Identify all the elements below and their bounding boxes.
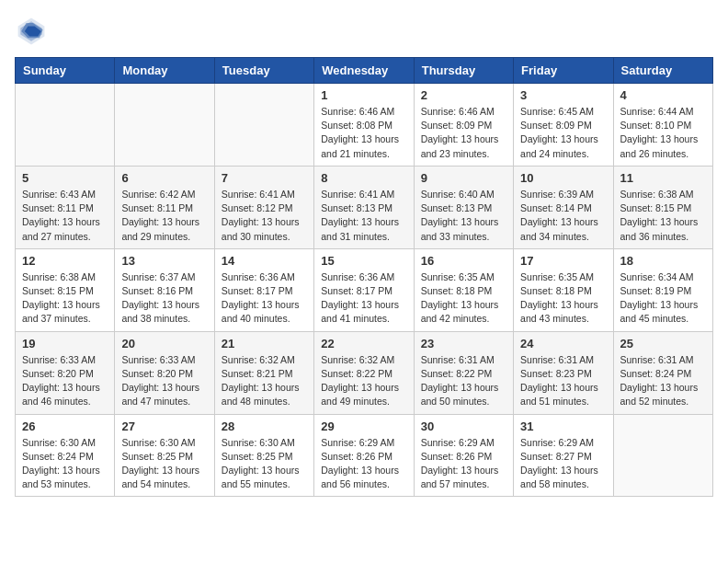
- calendar-day-cell: 17Sunrise: 6:35 AM Sunset: 8:18 PM Dayli…: [514, 248, 613, 331]
- day-detail: Sunrise: 6:46 AM Sunset: 8:08 PM Dayligh…: [321, 105, 406, 161]
- day-detail: Sunrise: 6:41 AM Sunset: 8:12 PM Dayligh…: [222, 188, 307, 244]
- calendar-day-cell: 23Sunrise: 6:31 AM Sunset: 8:22 PM Dayli…: [414, 331, 513, 414]
- day-of-week-header: Friday: [514, 58, 613, 84]
- day-detail: Sunrise: 6:33 AM Sunset: 8:20 PM Dayligh…: [121, 353, 207, 409]
- day-number: 31: [520, 419, 606, 433]
- calendar-table: SundayMondayTuesdayWednesdayThursdayFrid…: [15, 57, 713, 497]
- calendar-day-cell: 6Sunrise: 6:42 AM Sunset: 8:11 PM Daylig…: [115, 166, 214, 248]
- day-number: 24: [520, 337, 606, 350]
- calendar-day-cell: 15Sunrise: 6:36 AM Sunset: 8:17 PM Dayli…: [314, 248, 414, 331]
- day-number: 10: [520, 171, 606, 185]
- day-detail: Sunrise: 6:43 AM Sunset: 8:11 PM Dayligh…: [22, 188, 108, 244]
- day-number: 6: [121, 171, 207, 185]
- day-detail: Sunrise: 6:30 AM Sunset: 8:25 PM Dayligh…: [121, 436, 207, 492]
- day-number: 12: [22, 254, 108, 268]
- day-detail: Sunrise: 6:39 AM Sunset: 8:14 PM Dayligh…: [520, 188, 606, 244]
- day-detail: Sunrise: 6:36 AM Sunset: 8:17 PM Dayligh…: [222, 270, 307, 327]
- calendar-day-cell: 29Sunrise: 6:29 AM Sunset: 8:26 PM Dayli…: [314, 414, 414, 497]
- day-detail: Sunrise: 6:32 AM Sunset: 8:22 PM Dayligh…: [321, 353, 406, 409]
- day-detail: Sunrise: 6:34 AM Sunset: 8:19 PM Dayligh…: [620, 270, 706, 327]
- day-detail: Sunrise: 6:35 AM Sunset: 8:18 PM Dayligh…: [520, 270, 606, 327]
- calendar-day-cell: [214, 84, 313, 167]
- day-number: 23: [421, 337, 506, 350]
- day-of-week-header: Tuesday: [214, 58, 313, 84]
- day-of-week-header: Thursday: [414, 58, 513, 84]
- calendar-day-cell: 8Sunrise: 6:41 AM Sunset: 8:13 PM Daylig…: [314, 166, 414, 248]
- day-detail: Sunrise: 6:30 AM Sunset: 8:24 PM Dayligh…: [22, 436, 108, 492]
- calendar-day-cell: 2Sunrise: 6:46 AM Sunset: 8:09 PM Daylig…: [414, 84, 513, 167]
- day-number: 15: [321, 254, 406, 268]
- day-number: 19: [22, 337, 108, 350]
- calendar-day-cell: 7Sunrise: 6:41 AM Sunset: 8:12 PM Daylig…: [214, 166, 313, 248]
- calendar-day-cell: 19Sunrise: 6:33 AM Sunset: 8:20 PM Dayli…: [16, 331, 115, 414]
- day-detail: Sunrise: 6:31 AM Sunset: 8:22 PM Dayligh…: [421, 353, 506, 409]
- day-number: 2: [421, 88, 506, 102]
- calendar-day-cell: 14Sunrise: 6:36 AM Sunset: 8:17 PM Dayli…: [214, 248, 313, 331]
- calendar-week-row: 5Sunrise: 6:43 AM Sunset: 8:11 PM Daylig…: [16, 166, 713, 248]
- day-detail: Sunrise: 6:38 AM Sunset: 8:15 PM Dayligh…: [22, 270, 108, 327]
- day-number: 9: [421, 171, 506, 185]
- calendar-day-cell: 5Sunrise: 6:43 AM Sunset: 8:11 PM Daylig…: [16, 166, 115, 248]
- day-detail: Sunrise: 6:44 AM Sunset: 8:10 PM Dayligh…: [620, 105, 706, 161]
- calendar-week-row: 12Sunrise: 6:38 AM Sunset: 8:15 PM Dayli…: [16, 248, 713, 331]
- calendar-day-cell: 31Sunrise: 6:29 AM Sunset: 8:27 PM Dayli…: [514, 414, 613, 497]
- day-detail: Sunrise: 6:29 AM Sunset: 8:26 PM Dayligh…: [321, 436, 406, 492]
- day-detail: Sunrise: 6:38 AM Sunset: 8:15 PM Dayligh…: [620, 188, 706, 244]
- day-number: 20: [121, 337, 207, 350]
- calendar-day-cell: 27Sunrise: 6:30 AM Sunset: 8:25 PM Dayli…: [115, 414, 214, 497]
- day-detail: Sunrise: 6:37 AM Sunset: 8:16 PM Dayligh…: [121, 270, 207, 327]
- day-detail: Sunrise: 6:32 AM Sunset: 8:21 PM Dayligh…: [222, 353, 307, 409]
- day-of-week-header: Sunday: [16, 58, 115, 84]
- day-detail: Sunrise: 6:33 AM Sunset: 8:20 PM Dayligh…: [22, 353, 108, 409]
- calendar-day-cell: [16, 84, 115, 167]
- day-detail: Sunrise: 6:31 AM Sunset: 8:23 PM Dayligh…: [520, 353, 606, 409]
- calendar-day-cell: 10Sunrise: 6:39 AM Sunset: 8:14 PM Dayli…: [514, 166, 613, 248]
- calendar-day-cell: 3Sunrise: 6:45 AM Sunset: 8:09 PM Daylig…: [514, 84, 613, 167]
- day-number: 18: [620, 254, 706, 268]
- day-of-week-header: Saturday: [613, 58, 712, 84]
- day-number: 25: [620, 337, 706, 350]
- day-number: 27: [121, 419, 207, 433]
- day-detail: Sunrise: 6:41 AM Sunset: 8:13 PM Dayligh…: [321, 188, 406, 244]
- calendar-day-cell: 21Sunrise: 6:32 AM Sunset: 8:21 PM Dayli…: [214, 331, 313, 414]
- day-of-week-header: Wednesday: [314, 58, 414, 84]
- calendar-day-cell: [115, 84, 214, 167]
- calendar-day-cell: [613, 414, 712, 497]
- day-detail: Sunrise: 6:46 AM Sunset: 8:09 PM Dayligh…: [421, 105, 506, 161]
- day-number: 1: [321, 88, 406, 102]
- calendar-day-cell: 11Sunrise: 6:38 AM Sunset: 8:15 PM Dayli…: [613, 166, 712, 248]
- calendar-day-cell: 26Sunrise: 6:30 AM Sunset: 8:24 PM Dayli…: [16, 414, 115, 497]
- day-detail: Sunrise: 6:45 AM Sunset: 8:09 PM Dayligh…: [520, 105, 606, 161]
- day-detail: Sunrise: 6:42 AM Sunset: 8:11 PM Dayligh…: [121, 188, 207, 244]
- calendar-day-cell: 13Sunrise: 6:37 AM Sunset: 8:16 PM Dayli…: [115, 248, 214, 331]
- day-of-week-header: Monday: [115, 58, 214, 84]
- calendar-week-row: 1Sunrise: 6:46 AM Sunset: 8:08 PM Daylig…: [16, 84, 713, 167]
- calendar-day-cell: 22Sunrise: 6:32 AM Sunset: 8:22 PM Dayli…: [314, 331, 414, 414]
- calendar-day-cell: 30Sunrise: 6:29 AM Sunset: 8:26 PM Dayli…: [414, 414, 513, 497]
- calendar-header-row: SundayMondayTuesdayWednesdayThursdayFrid…: [16, 58, 713, 84]
- day-number: 22: [321, 337, 406, 350]
- day-number: 8: [321, 171, 406, 185]
- calendar-week-row: 19Sunrise: 6:33 AM Sunset: 8:20 PM Dayli…: [16, 331, 713, 414]
- page-header: [15, 15, 713, 48]
- calendar-day-cell: 12Sunrise: 6:38 AM Sunset: 8:15 PM Dayli…: [16, 248, 115, 331]
- day-detail: Sunrise: 6:36 AM Sunset: 8:17 PM Dayligh…: [321, 270, 406, 327]
- day-detail: Sunrise: 6:29 AM Sunset: 8:26 PM Dayligh…: [421, 436, 506, 492]
- day-number: 14: [222, 254, 307, 268]
- calendar-day-cell: 16Sunrise: 6:35 AM Sunset: 8:18 PM Dayli…: [414, 248, 513, 331]
- day-number: 11: [620, 171, 706, 185]
- calendar-day-cell: 18Sunrise: 6:34 AM Sunset: 8:19 PM Dayli…: [613, 248, 712, 331]
- day-number: 29: [321, 419, 406, 433]
- day-detail: Sunrise: 6:31 AM Sunset: 8:24 PM Dayligh…: [620, 353, 706, 409]
- day-number: 21: [222, 337, 307, 350]
- day-detail: Sunrise: 6:29 AM Sunset: 8:27 PM Dayligh…: [520, 436, 606, 492]
- day-detail: Sunrise: 6:30 AM Sunset: 8:25 PM Dayligh…: [222, 436, 307, 492]
- day-detail: Sunrise: 6:40 AM Sunset: 8:13 PM Dayligh…: [421, 188, 506, 244]
- calendar-day-cell: 28Sunrise: 6:30 AM Sunset: 8:25 PM Dayli…: [214, 414, 313, 497]
- logo-icon: [15, 15, 48, 48]
- day-number: 16: [421, 254, 506, 268]
- day-number: 7: [222, 171, 307, 185]
- calendar-day-cell: 1Sunrise: 6:46 AM Sunset: 8:08 PM Daylig…: [314, 84, 414, 167]
- day-number: 26: [22, 419, 108, 433]
- calendar-week-row: 26Sunrise: 6:30 AM Sunset: 8:24 PM Dayli…: [16, 414, 713, 497]
